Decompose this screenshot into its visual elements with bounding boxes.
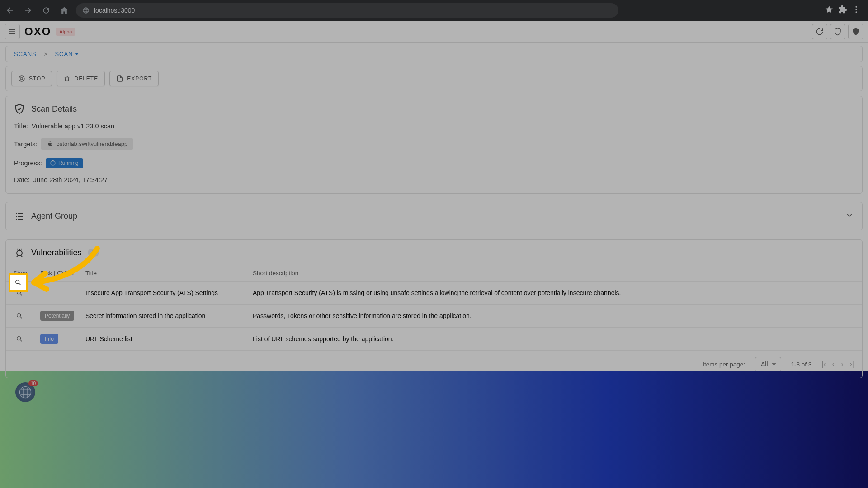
- items-per-page-label: Items per page:: [703, 361, 745, 368]
- svg-point-1: [855, 9, 857, 10]
- vuln-title: URL Scheme list: [85, 335, 253, 343]
- date-label: Date:: [14, 176, 30, 183]
- breadcrumb-scan-dropdown[interactable]: SCAN: [55, 51, 78, 57]
- svg-point-0: [855, 6, 857, 8]
- target-chip[interactable]: ostorlab.swiftvulnerableapp: [41, 138, 133, 150]
- progress-value: Running: [58, 160, 79, 166]
- show-vuln-button[interactable]: [13, 310, 26, 322]
- breadcrumb-separator: >: [44, 51, 48, 57]
- vuln-count-badge: 3: [88, 249, 99, 257]
- menu-icon[interactable]: [852, 5, 861, 16]
- vuln-description: App Transport Security (ATS) is missing …: [253, 289, 855, 296]
- prev-page[interactable]: ‹: [832, 360, 835, 368]
- app-header: OXO Alpha: [0, 21, 868, 43]
- hamburger-icon: [8, 28, 16, 36]
- vuln-description: Passwords, Tokens or other sensitive inf…: [253, 312, 855, 319]
- expand-agent-group[interactable]: [845, 211, 854, 222]
- apple-icon: [47, 141, 53, 147]
- spinner-icon: [50, 160, 56, 166]
- col-show: Show: [13, 270, 40, 277]
- forward-button[interactable]: [22, 4, 34, 17]
- breadcrumb-scans[interactable]: SCANS: [14, 51, 37, 57]
- svg-point-7: [17, 314, 21, 317]
- scan-details-heading: Scan Details: [14, 103, 854, 114]
- vulnerabilities-heading: Vulnerabilities: [31, 248, 81, 258]
- svg-point-2: [855, 11, 857, 13]
- export-button[interactable]: EXPORT: [109, 71, 159, 86]
- svg-rect-4: [21, 78, 23, 80]
- stop-button[interactable]: STOP: [11, 71, 52, 86]
- scan-details-panel: Scan Details Title:Vulnerable app v1.23.…: [5, 96, 863, 194]
- export-icon: [116, 75, 123, 82]
- svg-point-6: [17, 291, 21, 294]
- col-title: Title: [85, 270, 253, 277]
- next-page[interactable]: ›: [841, 360, 843, 368]
- date-value: June 28th 2024, 17:34:27: [33, 176, 108, 183]
- assistant-icon: [19, 385, 32, 399]
- back-button[interactable]: [4, 4, 16, 17]
- agent-group-panel: Agent Group: [5, 202, 863, 230]
- shield-check-icon: [14, 103, 25, 114]
- targets-label: Targets:: [14, 141, 38, 148]
- notification-count: 10: [28, 380, 38, 386]
- trash-icon: [63, 75, 71, 82]
- svg-point-8: [17, 337, 21, 340]
- show-vuln-button[interactable]: [13, 286, 26, 299]
- stop-icon: [18, 75, 25, 82]
- browser-toolbar: localhost:3000: [0, 0, 868, 21]
- last-page[interactable]: ›|: [850, 360, 854, 368]
- table-row[interactable]: PotentiallySecret information stored in …: [6, 305, 862, 328]
- refresh-scan-button[interactable]: [812, 24, 827, 39]
- progress-chip: Running: [46, 158, 83, 168]
- first-page[interactable]: |‹: [821, 360, 826, 368]
- svg-point-5: [17, 250, 22, 256]
- risk-badge: Info: [40, 334, 58, 344]
- progress-label: Progress:: [14, 160, 42, 167]
- bug-icon: [14, 247, 25, 258]
- pagination: Items per page: All 1-3 of 3 |‹ ‹ › ›|: [6, 351, 862, 378]
- shield-outline-button[interactable]: [830, 24, 845, 39]
- table-row[interactable]: InfoURL Scheme listList of URL schemes s…: [6, 328, 862, 351]
- svg-point-3: [19, 76, 24, 81]
- vuln-title: Secret information stored in the applica…: [85, 312, 253, 319]
- reload-button[interactable]: [40, 4, 52, 17]
- star-icon[interactable]: [825, 5, 834, 16]
- stop-label: STOP: [29, 75, 45, 82]
- globe-icon: [82, 7, 90, 14]
- title-label: Title:: [14, 122, 28, 130]
- desktop-wallpaper: [0, 371, 868, 488]
- pagination-range: 1-3 of 3: [791, 361, 812, 368]
- col-risk: Risk | CVSS: [40, 270, 85, 277]
- vuln-description: List of URL schemes supported by the app…: [253, 335, 855, 343]
- risk-badge: Potentially: [40, 311, 74, 321]
- vulnerabilities-panel: Vulnerabilities 3 Show Risk | CVSS Title…: [5, 239, 863, 378]
- alpha-badge: Alpha: [56, 28, 75, 36]
- items-per-page-select[interactable]: All: [755, 357, 781, 371]
- shield-filled-button[interactable]: [848, 24, 863, 39]
- target-value: ostorlab.swiftvulnerableapp: [57, 141, 128, 147]
- delete-button[interactable]: DELETE: [57, 71, 105, 86]
- delete-label: DELETE: [74, 75, 98, 82]
- title-value: Vulnerable app v1.23.0 scan: [32, 122, 114, 130]
- chevron-down-icon: [845, 211, 854, 220]
- agent-group-heading: Agent Group: [31, 211, 77, 221]
- list-icon: [14, 211, 25, 222]
- vuln-table-header: Show Risk | CVSS Title Short description: [6, 265, 862, 282]
- svg-point-9: [20, 387, 31, 398]
- breadcrumb: SCANS > SCAN: [5, 46, 863, 62]
- extensions-icon[interactable]: [838, 5, 847, 16]
- url-text: localhost:3000: [94, 7, 135, 14]
- action-bar: STOP DELETE EXPORT: [5, 66, 863, 91]
- show-vuln-button[interactable]: [13, 333, 26, 345]
- export-label: EXPORT: [127, 75, 152, 82]
- vuln-title: Insecure App Transport Security (ATS) Se…: [85, 289, 253, 296]
- col-desc: Short description: [253, 270, 855, 277]
- table-row[interactable]: Insecure App Transport Security (ATS) Se…: [6, 282, 862, 305]
- menu-toggle[interactable]: [5, 24, 20, 39]
- home-button[interactable]: [58, 4, 71, 17]
- address-bar[interactable]: localhost:3000: [76, 3, 618, 18]
- app-logo: OXO: [24, 25, 51, 38]
- floating-assistant-badge[interactable]: 10: [15, 382, 35, 402]
